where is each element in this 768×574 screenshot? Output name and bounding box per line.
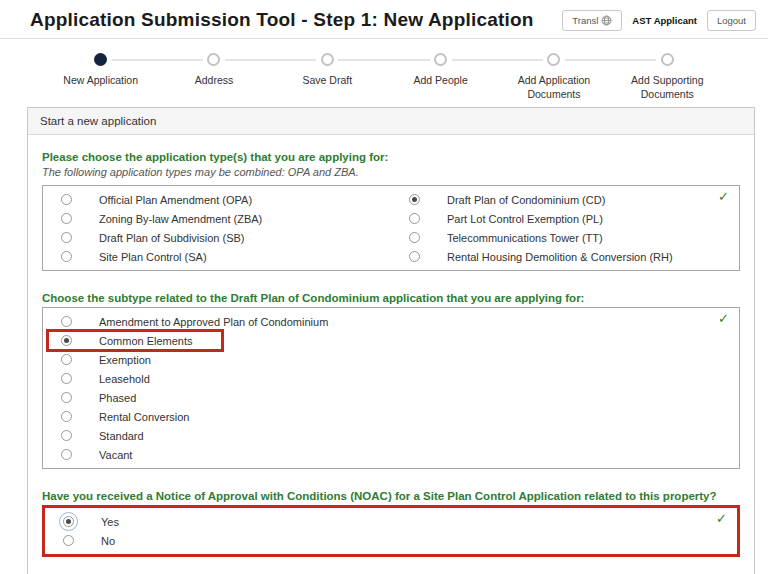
radio-option-label: Rental Conversion — [99, 411, 190, 423]
radio-option-label: No — [101, 535, 115, 547]
radio-option-row[interactable]: Common Elements — [43, 331, 739, 350]
valid-check-icon: ✓ — [718, 189, 729, 204]
radio-option-wrap: Yes — [45, 512, 119, 531]
radio-option-wrap: Leasehold — [43, 369, 150, 388]
step-label: Address — [157, 73, 270, 87]
radio-option-row[interactable]: Draft Plan of Subdivision (SB) — [43, 228, 391, 247]
radio-option-label: Common Elements — [99, 335, 193, 347]
radio-option-row[interactable]: Yes — [45, 512, 737, 531]
radio-option-row[interactable]: No — [45, 531, 737, 550]
radio-icon[interactable] — [61, 430, 72, 441]
radio-icon[interactable] — [61, 213, 72, 224]
radio-option-wrap: Draft Plan of Condominium (CD) — [391, 190, 605, 209]
globe-icon — [601, 15, 612, 26]
panel-header: Start a new application — [28, 108, 754, 135]
radio-option-row[interactable]: Vacant — [43, 445, 739, 464]
radio-selected-icon[interactable] — [61, 335, 72, 346]
radio-option-wrap: Vacant — [43, 445, 132, 464]
radio-option-row[interactable]: Standard — [43, 426, 739, 445]
radio-option-label: Telecommunications Tower (TT) — [447, 232, 603, 244]
radio-option-label: Phased — [99, 392, 136, 404]
step-dot[interactable] — [547, 53, 560, 66]
step-dot[interactable] — [661, 53, 674, 66]
radio-option-row[interactable]: Phased — [43, 388, 739, 407]
radio-option-label: Site Plan Control (SA) — [99, 251, 207, 263]
radio-option-row[interactable]: Exemption — [43, 350, 739, 369]
radio-icon[interactable] — [61, 411, 72, 422]
translate-button-label: Transl — [572, 15, 598, 26]
radio-option-row[interactable]: Leasehold — [43, 369, 739, 388]
radio-option-wrap: Zoning By-law Amendment (ZBA) — [43, 209, 262, 228]
radio-selected-icon[interactable] — [409, 194, 420, 205]
radio-option-row[interactable]: Site Plan Control (SA) — [43, 247, 391, 266]
application-type-group: ✓ Official Plan Amendment (OPA)Zoning By… — [42, 185, 740, 271]
valid-check-icon: ✓ — [716, 511, 727, 526]
noac-group: ✓ YesNo — [42, 505, 740, 557]
radio-option-wrap: Exemption — [43, 350, 151, 369]
step-dot[interactable] — [321, 53, 334, 66]
application-type-heading: Please choose the application type(s) th… — [42, 151, 740, 163]
step-dot[interactable] — [94, 53, 107, 66]
progress-stepper: New ApplicationAddressSave DraftAdd Peop… — [44, 53, 724, 101]
application-type-left-column: Official Plan Amendment (OPA)Zoning By-l… — [43, 190, 391, 266]
radio-option-label: Standard — [99, 430, 144, 442]
radio-icon[interactable] — [61, 316, 72, 327]
step-dot[interactable] — [434, 53, 447, 66]
stepper-step-2: Save Draft — [271, 53, 384, 101]
radio-option-wrap: Official Plan Amendment (OPA) — [43, 190, 252, 209]
radio-icon[interactable] — [61, 251, 72, 262]
stepper-step-1: Address — [157, 53, 270, 101]
radio-icon[interactable] — [409, 251, 420, 262]
step-label: Save Draft — [271, 73, 384, 87]
step-dot[interactable] — [207, 53, 220, 66]
radio-option-wrap: Part Lot Control Exemption (PL) — [391, 209, 603, 228]
radio-option-row[interactable]: Official Plan Amendment (OPA) — [43, 190, 391, 209]
radio-option-wrap: Site Plan Control (SA) — [43, 247, 207, 266]
step-label: Add Supporting Documents — [611, 73, 724, 101]
radio-icon[interactable] — [61, 449, 72, 460]
subtype-options: Amendment to Approved Plan of Condominiu… — [43, 312, 739, 464]
radio-icon[interactable] — [63, 535, 74, 546]
logout-button[interactable]: Logout — [707, 10, 756, 31]
radio-option-label: Part Lot Control Exemption (PL) — [447, 213, 603, 225]
header-actions: Transl AST Applicant Logout — [562, 10, 756, 31]
radio-option-wrap: Phased — [43, 388, 136, 407]
radio-option-label: Vacant — [99, 449, 132, 461]
radio-icon[interactable] — [61, 392, 72, 403]
radio-option-row[interactable]: Telecommunications Tower (TT) — [391, 228, 739, 247]
radio-option-wrap: Draft Plan of Subdivision (SB) — [43, 228, 245, 247]
page-title: Application Submission Tool - Step 1: Ne… — [30, 9, 534, 31]
radio-option-row[interactable]: Rental Housing Demolition & Conversion (… — [391, 247, 739, 266]
radio-option-label: Official Plan Amendment (OPA) — [99, 194, 252, 206]
radio-option-label: Draft Plan of Subdivision (SB) — [99, 232, 245, 244]
radio-option-wrap: Telecommunications Tower (TT) — [391, 228, 603, 247]
radio-option-wrap: Rental Housing Demolition & Conversion (… — [391, 247, 673, 266]
step-label: Add People — [384, 73, 497, 87]
radio-icon[interactable] — [409, 213, 420, 224]
radio-option-label: Exemption — [99, 354, 151, 366]
radio-icon[interactable] — [61, 194, 72, 205]
step-label: New Application — [44, 73, 157, 87]
translate-button[interactable]: Transl — [562, 10, 622, 31]
application-type-note: The following application types may be c… — [42, 166, 740, 178]
radio-icon[interactable] — [61, 232, 72, 243]
stepper-step-0: New Application — [44, 53, 157, 101]
radio-option-row[interactable]: Part Lot Control Exemption (PL) — [391, 209, 739, 228]
radio-option-wrap: Rental Conversion — [43, 407, 190, 426]
radio-option-label: Zoning By-law Amendment (ZBA) — [99, 213, 262, 225]
radio-selected-icon[interactable] — [63, 516, 74, 527]
radio-option-wrap: No — [45, 531, 115, 550]
radio-option-row[interactable]: Zoning By-law Amendment (ZBA) — [43, 209, 391, 228]
stepper-step-3: Add People — [384, 53, 497, 101]
noac-heading: Have you received a Notice of Approval w… — [42, 490, 740, 502]
step-label: Add Application Documents — [497, 73, 610, 101]
radio-icon[interactable] — [61, 373, 72, 384]
radio-option-row[interactable]: Rental Conversion — [43, 407, 739, 426]
radio-icon[interactable] — [409, 232, 420, 243]
subtype-heading: Choose the subtype related to the Draft … — [42, 292, 740, 304]
user-role-label: AST Applicant — [632, 15, 697, 26]
radio-option-row[interactable]: Draft Plan of Condominium (CD) — [391, 190, 739, 209]
radio-icon[interactable] — [61, 354, 72, 365]
valid-check-icon: ✓ — [718, 311, 729, 326]
panel-body: Please choose the application type(s) th… — [28, 135, 754, 574]
